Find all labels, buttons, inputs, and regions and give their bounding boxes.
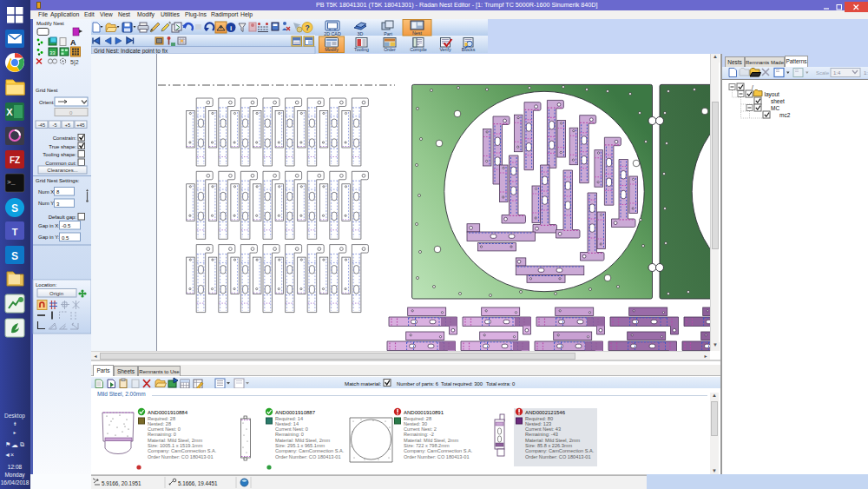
svg-text:-0.5: -0.5 bbox=[62, 223, 71, 228]
svg-text:Size: 722 x 798.2mm: Size: 722 x 798.2mm bbox=[404, 443, 450, 448]
svg-text:Current Nest: 2: Current Nest: 2 bbox=[404, 426, 437, 432]
svg-text:AND0001910887: AND0001910887 bbox=[275, 410, 316, 415]
svg-text:Nest: Nest bbox=[412, 30, 422, 36]
svg-text:T: T bbox=[12, 227, 18, 237]
svg-text:i: i bbox=[230, 24, 232, 32]
svg-text:2D CAD: 2D CAD bbox=[324, 31, 341, 36]
svg-text:S: S bbox=[11, 250, 18, 262]
svg-text:mc2: mc2 bbox=[779, 112, 791, 118]
svg-text:Size: 85.8 x 226.3mm: Size: 85.8 x 226.3mm bbox=[525, 443, 572, 448]
svg-text:Remaining: 0: Remaining: 0 bbox=[148, 432, 176, 437]
svg-text:Nested: 28: Nested: 28 bbox=[148, 421, 171, 426]
svg-text:X: X bbox=[6, 107, 13, 117]
svg-text:Total required: 300: Total required: 300 bbox=[441, 381, 483, 387]
svg-text:33: 33 bbox=[49, 50, 56, 56]
svg-text:Grid Nest: Grid Nest bbox=[36, 88, 58, 93]
svg-text:A: A bbox=[70, 38, 76, 47]
svg-text:Constrain:: Constrain: bbox=[53, 135, 77, 141]
svg-text:Origin: Origin bbox=[49, 291, 63, 296]
svg-text:Required: 14: Required: 14 bbox=[275, 416, 303, 421]
svg-text:Modify Nest: Modify Nest bbox=[36, 21, 64, 26]
svg-text:Blocks: Blocks bbox=[462, 47, 476, 52]
svg-text:Gap in Y:: Gap in Y: bbox=[38, 235, 60, 240]
svg-text:FZ: FZ bbox=[10, 155, 20, 165]
svg-text:Total extra: 0: Total extra: 0 bbox=[486, 381, 515, 387]
svg-text:◄×: ◄× bbox=[4, 452, 14, 458]
svg-text:-45: -45 bbox=[38, 122, 45, 128]
svg-text:12:08: 12:08 bbox=[8, 464, 23, 470]
svg-text:5|2: 5|2 bbox=[70, 59, 79, 66]
svg-text:Remaining: 0: Remaining: 0 bbox=[275, 432, 304, 437]
svg-text:?: ? bbox=[305, 23, 309, 32]
svg-text:Order Number: CO 180413-01: Order Number: CO 180413-01 bbox=[404, 454, 470, 459]
svg-text:Monday: Monday bbox=[4, 472, 25, 479]
svg-text:Num X:: Num X: bbox=[38, 189, 56, 195]
svg-text:Modify: Modify bbox=[325, 47, 339, 52]
svg-text:Location:: Location: bbox=[36, 282, 57, 287]
svg-text:Current Nest: 43: Current Nest: 43 bbox=[525, 426, 561, 432]
svg-text:Verify: Verify bbox=[439, 47, 451, 52]
svg-text:Current Nest: 0: Current Nest: 0 bbox=[148, 426, 181, 432]
svg-text:Remaining: -43: Remaining: -43 bbox=[525, 432, 558, 437]
svg-text:AND0001910884: AND0001910884 bbox=[148, 410, 188, 415]
svg-text:Company: CamConnection S.A.: Company: CamConnection S.A. bbox=[404, 448, 473, 453]
svg-text:Compile: Compile bbox=[410, 47, 426, 52]
svg-text:⚑: ⚑ bbox=[5, 441, 10, 447]
svg-text:Num Y:: Num Y: bbox=[38, 201, 56, 206]
svg-text:Material: Mild Steel, 2mm: Material: Mild Steel, 2mm bbox=[148, 438, 202, 443]
svg-text:-5: -5 bbox=[53, 122, 57, 128]
svg-text:Material: Mild Steel, 2mm: Material: Mild Steel, 2mm bbox=[404, 438, 458, 443]
svg-text:+45: +45 bbox=[76, 122, 84, 128]
svg-text:Gap in X:: Gap in X: bbox=[38, 223, 60, 228]
svg-text:Nested: 30: Nested: 30 bbox=[404, 421, 427, 426]
svg-text:16/04/2018: 16/04/2018 bbox=[1, 479, 30, 486]
svg-text:▸: ▸ bbox=[13, 430, 16, 435]
svg-text:>_: >_ bbox=[7, 178, 16, 186]
svg-text:Scale: Scale bbox=[816, 70, 830, 76]
svg-text:Size: 295.1 x 965.1mm: Size: 295.1 x 965.1mm bbox=[275, 443, 326, 448]
svg-text:☁: ☁ bbox=[11, 441, 18, 449]
svg-text:True shape:: True shape: bbox=[49, 144, 76, 149]
svg-text:sheet: sheet bbox=[771, 98, 785, 104]
svg-text:3D: 3D bbox=[358, 31, 364, 36]
svg-text:Required: 80: Required: 80 bbox=[525, 416, 553, 421]
svg-text:Number of parts: 6: Number of parts: 6 bbox=[397, 381, 438, 387]
svg-text:Clearances...: Clearances... bbox=[47, 168, 78, 173]
svg-text:Orient:: Orient: bbox=[39, 100, 55, 105]
svg-text:/: / bbox=[752, 84, 753, 90]
svg-text:Company: CamConnection S.A.: Company: CamConnection S.A. bbox=[525, 448, 595, 453]
svg-text:Match material:: Match material: bbox=[345, 380, 382, 387]
svg-text:Company: CamConnection S.A.: Company: CamConnection S.A. bbox=[275, 448, 345, 453]
svg-text:1:4: 1:4 bbox=[833, 70, 841, 76]
svg-text:Company: CamConnection S.A.: Company: CamConnection S.A. bbox=[148, 448, 217, 453]
svg-text:5.9166, 20.1951: 5.9166, 20.1951 bbox=[102, 480, 141, 486]
svg-text:MC: MC bbox=[771, 105, 779, 111]
svg-text:Order Number: CO 180413-01: Order Number: CO 180413-01 bbox=[525, 454, 591, 459]
svg-text:Required: 28: Required: 28 bbox=[404, 416, 431, 421]
svg-text:Material: Mild Steel, 2mm: Material: Mild Steel, 2mm bbox=[275, 438, 330, 443]
svg-text:Remaining: -2: Remaining: -2 bbox=[404, 432, 434, 437]
svg-text:Current Nest: 0: Current Nest: 0 bbox=[275, 426, 308, 432]
svg-text:Common cut:: Common cut: bbox=[45, 161, 76, 166]
svg-text:Order: Order bbox=[384, 47, 396, 52]
svg-text:0.5: 0.5 bbox=[62, 235, 69, 241]
svg-text:AND0001910891: AND0001910891 bbox=[404, 410, 444, 415]
svg-text:Desktop: Desktop bbox=[4, 413, 25, 420]
svg-text:1:: 1: bbox=[864, 70, 868, 76]
svg-text:Tooling: Tooling bbox=[354, 47, 369, 52]
svg-text:⧉: ⧉ bbox=[20, 441, 24, 447]
svg-text:Order Number: CO 180413-01: Order Number: CO 180413-01 bbox=[275, 454, 341, 459]
svg-text:AND0002121546: AND0002121546 bbox=[525, 410, 566, 415]
svg-text:Tooling shape:: Tooling shape: bbox=[43, 152, 76, 157]
svg-text:+5: +5 bbox=[65, 122, 70, 128]
svg-text:Part: Part bbox=[384, 31, 392, 36]
svg-text:Nested: 123: Nested: 123 bbox=[525, 421, 551, 426]
svg-text:Default gap:: Default gap: bbox=[49, 215, 77, 220]
svg-text:Order Number: CO 180413-01: Order Number: CO 180413-01 bbox=[148, 454, 214, 459]
svg-text:Required: 28: Required: 28 bbox=[148, 416, 175, 421]
svg-text:Nested: 14: Nested: 14 bbox=[275, 421, 299, 426]
svg-text:Grid Nest: Indicate point to f: Grid Nest: Indicate point to fix bbox=[94, 48, 168, 55]
svg-text:5.1666, 19.4451: 5.1666, 19.4451 bbox=[178, 480, 218, 486]
svg-text:Material: Mild Steel, 2mm: Material: Mild Steel, 2mm bbox=[525, 438, 580, 443]
svg-text:layout: layout bbox=[765, 91, 780, 98]
